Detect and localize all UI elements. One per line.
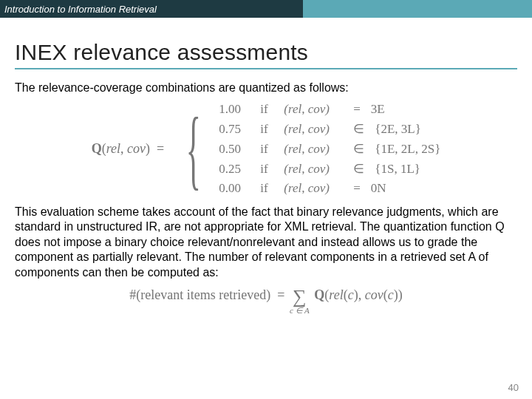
- case-cond: (rel, cov): [284, 102, 343, 117]
- case-rhs: {1E, 2L, 2S}: [375, 142, 440, 157]
- quantization-equation: Q(rel, cov) = { 1.00 if (rel, cov) = 3E …: [15, 102, 517, 196]
- case-rhs: {2E, 3L}: [375, 122, 421, 137]
- case-cond: (rel, cov): [284, 162, 343, 177]
- count-equation: #(relevant items retrieved) = ∑ c ∈ A Q(…: [15, 287, 517, 315]
- page-number: 40: [508, 382, 519, 393]
- eq1-case: 0.75 if (rel, cov) ∈ {2E, 3L}: [219, 121, 440, 137]
- case-rhs: 0N: [371, 181, 386, 196]
- case-cond: (rel, cov): [284, 181, 343, 196]
- header-accent: [303, 0, 532, 18]
- case-op: ∈: [353, 141, 364, 157]
- case-cond: (rel, cov): [284, 142, 343, 157]
- case-cond: (rel, cov): [284, 122, 343, 137]
- brace-icon: {: [185, 105, 200, 194]
- title-rule: [15, 68, 517, 69]
- sum-subscript: c ∈ A: [290, 307, 310, 315]
- case-word: if: [260, 102, 273, 117]
- case-op: ∈: [353, 121, 364, 137]
- case-value: 0.75: [219, 122, 250, 137]
- eq1-case: 1.00 if (rel, cov) = 3E: [219, 102, 440, 117]
- case-rhs: {1S, 1L}: [375, 162, 420, 177]
- header-bar: Introduction to Information Retrieval: [0, 0, 532, 18]
- case-rhs: 3E: [371, 102, 385, 117]
- case-op: =: [353, 181, 361, 196]
- case-op: =: [353, 102, 361, 117]
- eq1-case: 0.25 if (rel, cov) ∈ {1S, 1L}: [219, 161, 440, 177]
- eq2-lhs: #(relevant items retrieved) =: [129, 287, 288, 315]
- case-word: if: [260, 162, 273, 177]
- eq1-case: 0.50 if (rel, cov) ∈ {1E, 2L, 2S}: [219, 141, 440, 157]
- case-value: 0.00: [219, 181, 250, 196]
- eq1-lhs: Q(rel, cov) =: [92, 141, 168, 157]
- header-course-label: Introduction to Information Retrieval: [0, 0, 303, 18]
- case-value: 0.50: [219, 142, 250, 157]
- case-word: if: [260, 181, 273, 196]
- case-word: if: [260, 142, 273, 157]
- case-op: ∈: [353, 161, 364, 177]
- case-value: 0.25: [219, 162, 250, 177]
- eq1-cases: 1.00 if (rel, cov) = 3E 0.75 if (rel, co…: [219, 102, 440, 196]
- slide-title: INEX relevance assessments: [15, 40, 517, 65]
- lead-text: The relevance-coverage combinations are …: [15, 81, 517, 95]
- slide-content: INEX relevance assessments The relevance…: [0, 18, 532, 315]
- eq1-case: 0.00 if (rel, cov) = 0N: [219, 181, 440, 196]
- explanation-paragraph: This evaluation scheme takes account of …: [15, 205, 517, 280]
- case-word: if: [260, 122, 273, 137]
- sum-icon: ∑ c ∈ A: [290, 287, 310, 315]
- case-value: 1.00: [219, 102, 250, 117]
- eq2-rhs: Q(rel(c), cov(c)): [311, 287, 403, 315]
